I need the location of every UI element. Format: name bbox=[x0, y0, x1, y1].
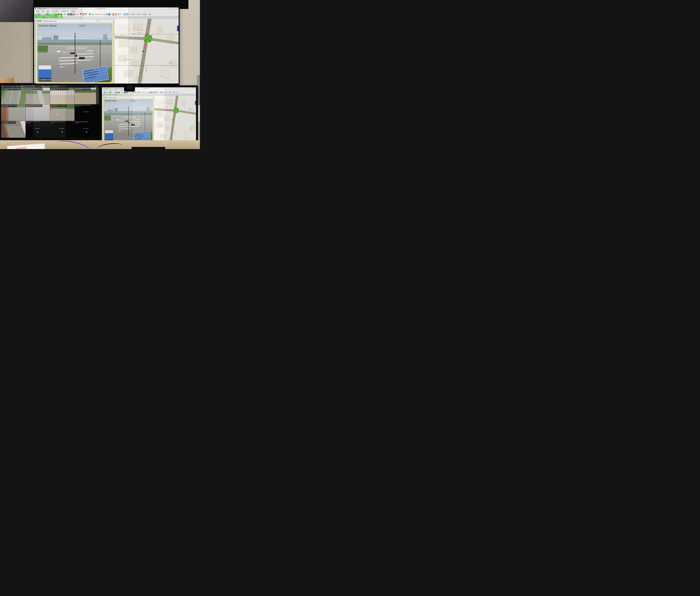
map-scroll-indicator[interactable] bbox=[177, 26, 178, 31]
menu-view[interactable]: Вид bbox=[106, 89, 109, 90]
globe-flag-icon[interactable] bbox=[154, 92, 156, 93]
pcapp-close-icon[interactable]: ✕ bbox=[110, 20, 112, 22]
filter-off-icon[interactable] bbox=[82, 13, 84, 16]
save-icon[interactable] bbox=[106, 92, 108, 93]
camera-orange-icon[interactable] bbox=[72, 13, 75, 16]
pcapp-url[interactable]: http://192.168.16.241 bbox=[44, 20, 96, 22]
open-icon[interactable] bbox=[104, 92, 106, 93]
zone-add-icon[interactable] bbox=[148, 92, 150, 93]
browse-button[interactable]: Обзор bbox=[75, 14, 79, 15]
detectors-icon[interactable] bbox=[138, 92, 139, 93]
menu-lines-icon[interactable]: ≡ bbox=[144, 97, 145, 98]
pcapp-minimize-icon[interactable]: ─ bbox=[101, 20, 104, 22]
city-map[interactable]: 211-293 159-210 107-158 29-106 Два капит… bbox=[115, 19, 179, 83]
city-button-kalin[interactable]: Калин bbox=[168, 92, 172, 93]
minimize-icon[interactable]: ─ bbox=[190, 87, 191, 89]
camera-tile-008[interactable]: ИТС1 Пенза 008 Калинина-Свердлова 20 x 0… bbox=[75, 104, 99, 121]
route-icon[interactable] bbox=[92, 13, 94, 16]
vms-close-icon[interactable]: ✕ bbox=[97, 86, 98, 87]
menu-file[interactable]: Файл bbox=[102, 89, 106, 90]
camera-tile-010[interactable]: ИТС1 Пенза 010 Калинина-Чкалова0 x 0 | 0… bbox=[26, 121, 50, 138]
tab-intersection[interactable]: 5836: ул. Терновского - ул. Сухумская bbox=[103, 94, 118, 95]
new-document-icon[interactable] bbox=[102, 92, 104, 93]
pcapp-url[interactable]: http://192.168.16.241 bbox=[108, 97, 142, 98]
city-button-kirov[interactable]: Киров bbox=[142, 13, 147, 15]
tab-restore-icon[interactable] bbox=[119, 94, 120, 96]
browse-button[interactable]: Обзор bbox=[129, 92, 131, 93]
menu-view[interactable]: Вид bbox=[41, 10, 45, 12]
menu-file[interactable]: Файл bbox=[35, 10, 41, 12]
camera-green-icon[interactable] bbox=[125, 92, 127, 93]
menu-service[interactable]: Служебные bbox=[119, 89, 125, 90]
filter-icon[interactable] bbox=[132, 92, 133, 93]
filter-apply-icon[interactable] bbox=[85, 13, 87, 16]
intersection-phase-diagram[interactable] bbox=[144, 34, 152, 43]
camera-green-icon[interactable] bbox=[70, 13, 72, 16]
pcapp-close-icon[interactable]: ✕ bbox=[151, 97, 153, 98]
pcapp-maximize-icon[interactable]: □ bbox=[104, 20, 107, 22]
city-map[interactable]: 211-293 159-210 107-158 29-106 Два капит… bbox=[154, 96, 196, 144]
background-map-icon[interactable] bbox=[115, 92, 117, 93]
zone-icon[interactable] bbox=[103, 13, 105, 16]
camera-tile-001[interactable]: ИТС1 Пенза 001 Окружная Калинина-Кривозе… bbox=[1, 87, 25, 104]
menu-help[interactable]: Справка bbox=[69, 10, 77, 12]
filter-off-icon[interactable] bbox=[133, 92, 135, 93]
layer-toggle-icon[interactable] bbox=[109, 92, 111, 93]
camera-blue-icon[interactable] bbox=[124, 92, 125, 93]
select-icon[interactable] bbox=[113, 92, 115, 93]
tab-close-icon[interactable]: ✕ bbox=[120, 94, 121, 95]
pan-hand-icon[interactable] bbox=[111, 92, 113, 93]
camera-video-view[interactable]: ↑АЭРОПОРТ ДЕЖУРНАЯ АПТЕКА ←ул. ИВАНОВСКА… bbox=[104, 99, 153, 143]
globe-marker-icon[interactable] bbox=[162, 92, 163, 93]
map-scroll-indicator[interactable] bbox=[195, 101, 196, 105]
menu-settings[interactable]: Настройки bbox=[51, 10, 60, 12]
menu-map[interactable]: Карта bbox=[45, 10, 51, 12]
binoculars-icon[interactable] bbox=[117, 92, 118, 93]
city-button-penza[interactable]: Пенза bbox=[164, 92, 168, 93]
hamburger-menu-icon[interactable] bbox=[2, 85, 3, 87]
camera-video-view[interactable]: ↑АЭРОПОРТ ДЕЖУРНАЯ АПТЕКА ←ул. ИВАНОВСКА… bbox=[37, 24, 112, 83]
camera-tile-011[interactable]: ИТС1 Пенза 011 Кирова-Лермонтова0 x 0 | … bbox=[50, 121, 74, 138]
export-folder-icon[interactable] bbox=[153, 92, 154, 93]
menu-map[interactable]: Карта bbox=[109, 89, 113, 90]
camera-tile-007[interactable]: ИТС1 Пенза 007 Калинина-Свердлова 11280 … bbox=[50, 104, 74, 121]
expand-icon[interactable] bbox=[54, 86, 55, 87]
filter-icon[interactable] bbox=[80, 13, 82, 16]
camera-add-icon[interactable] bbox=[108, 13, 110, 16]
pcapp-resize-icon[interactable]: ↔ bbox=[107, 20, 109, 22]
pcapp-maximize-icon[interactable]: □ bbox=[148, 97, 149, 98]
zoom-reset-icon[interactable] bbox=[56, 85, 58, 87]
city-button-suv[interactable]: Сув bbox=[176, 92, 178, 93]
maximize-icon[interactable]: □ bbox=[172, 7, 175, 9]
close-icon[interactable]: ✕ bbox=[176, 7, 178, 9]
filter-apply-icon[interactable] bbox=[135, 92, 136, 93]
pcapp-resize-icon[interactable]: ↔ bbox=[149, 97, 151, 98]
camera-add-icon[interactable] bbox=[150, 92, 152, 93]
intersection-phase-diagram[interactable] bbox=[173, 107, 179, 113]
globe-icon[interactable] bbox=[124, 13, 126, 16]
health-button[interactable]: Здоровье ДТ bbox=[94, 14, 102, 15]
close-icon[interactable]: ✕ bbox=[194, 87, 196, 89]
globe-marker-icon[interactable] bbox=[126, 13, 128, 16]
route-icon[interactable] bbox=[139, 92, 141, 93]
detectors-icon[interactable] bbox=[89, 13, 91, 16]
camera-set-dropdown[interactable]: ИТС-1 bbox=[20, 85, 34, 87]
minimize-icon[interactable]: ─ bbox=[169, 7, 171, 9]
camera-tile-003[interactable]: ИТС1 Пенза 003 Калинина, Дизельный завод… bbox=[50, 87, 74, 104]
maximize-icon[interactable]: □ bbox=[192, 87, 193, 89]
globe-flag-icon[interactable] bbox=[115, 13, 117, 16]
city-button-suv[interactable]: Сув bbox=[147, 13, 152, 15]
camera-tile-005[interactable]: ИТС1 Пенза 005 Калинина-СОШ №251280 x 72… bbox=[1, 104, 25, 121]
menu-settings[interactable]: Настройки bbox=[113, 89, 119, 90]
fullscreen-icon[interactable] bbox=[95, 86, 97, 87]
camera-blue-icon[interactable] bbox=[67, 13, 70, 16]
camera-tile-006[interactable]: ИТС1 Пенза 006 Калинина-Металлистов1280 … bbox=[26, 104, 50, 121]
layer-up-icon[interactable] bbox=[156, 92, 157, 93]
health-button[interactable]: Здоровье ДТ bbox=[141, 92, 146, 93]
edit-map-icon[interactable] bbox=[108, 92, 109, 93]
camera-tile-004[interactable]: ИТС1 Пенза 004 Калинина-ТЦ Рассвет1280 x… bbox=[75, 87, 99, 104]
camera-orange-icon[interactable] bbox=[127, 92, 128, 93]
refresh-icon[interactable]: ↺ bbox=[97, 20, 98, 22]
menu-lines-icon[interactable]: ≡ bbox=[99, 20, 100, 22]
camera-tile-012[interactable]: ИТС1 Пенза 012 Кирова-К.Маркса0 x 0 | 0.… bbox=[75, 121, 99, 138]
